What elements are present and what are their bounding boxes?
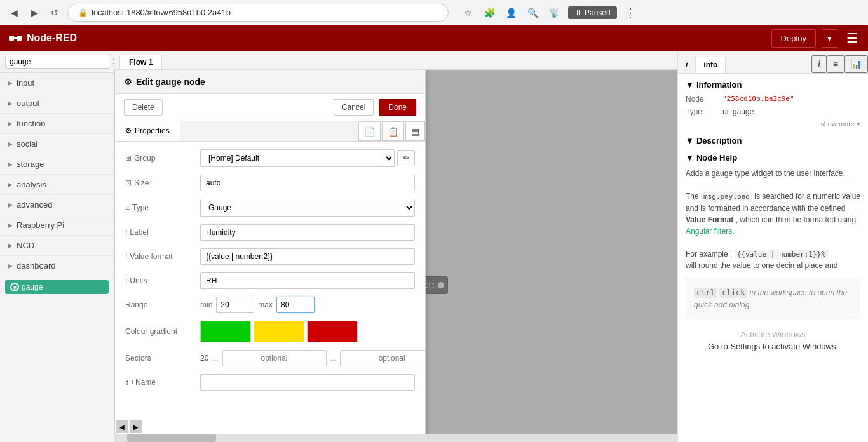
name-input[interactable] bbox=[200, 374, 415, 391]
gauge-chip-container[interactable]: ◉ gauge bbox=[0, 276, 114, 298]
sidebar-item-storage[interactable]: ▶ storage bbox=[0, 154, 114, 175]
group-edit-button[interactable]: ✏ bbox=[397, 150, 415, 166]
sidebar-item-analysis[interactable]: ▶ analysis bbox=[0, 175, 114, 195]
canvas[interactable]: Wireless Gateway Connecting... Temperatu… bbox=[114, 70, 677, 442]
info-icon-button-3[interactable]: 📊 bbox=[844, 55, 868, 73]
help-code-2: {{value | number:1}}% bbox=[735, 250, 828, 259]
tip-ctrl-key: ctrl bbox=[694, 288, 717, 298]
type-label: ≡ Type bbox=[125, 203, 195, 212]
sidebar-item-label: input bbox=[17, 78, 34, 88]
edit-dialog-title: Edit gauge node bbox=[136, 77, 205, 87]
browser-menu-button[interactable]: ⋮ bbox=[622, 6, 639, 20]
help-code-1: msg.payload bbox=[701, 192, 752, 201]
properties-tab-label: Properties bbox=[135, 126, 170, 135]
sidebar-item-output[interactable]: ▶ output bbox=[0, 93, 114, 114]
cancel-button[interactable]: Cancel bbox=[334, 99, 374, 116]
sidebar-item-raspberry-pi[interactable]: ▶ Raspberry Pi bbox=[0, 215, 114, 236]
sidebar-item-ncd[interactable]: ▶ NCD bbox=[0, 236, 114, 256]
colour-swatch-green[interactable] bbox=[200, 321, 251, 342]
label-label: I Label bbox=[125, 228, 195, 237]
activate-windows-title: Activate Windows Go to Settings to activ… bbox=[686, 330, 860, 351]
sidebar-item-input[interactable]: ▶ input bbox=[0, 73, 114, 93]
extensions-button[interactable]: 🧩 bbox=[480, 4, 498, 22]
form-row-range: Range min max bbox=[125, 297, 415, 313]
app-menu-button[interactable]: ☰ bbox=[844, 28, 860, 48]
scroll-left-button[interactable]: ◀ bbox=[116, 420, 128, 433]
description-section-header[interactable]: ▼ Description bbox=[686, 136, 860, 145]
sidebar: ✕ ▶ input ▶ output ▶ function ▶ social bbox=[0, 51, 114, 442]
range-max-input[interactable] bbox=[276, 297, 315, 313]
form-row-size: ⊡ Size bbox=[125, 175, 415, 191]
forward-button[interactable]: ▶ bbox=[27, 5, 42, 20]
description-label: Description bbox=[696, 136, 742, 145]
chevron-right-icon: ▼ bbox=[686, 136, 694, 145]
sidebar-item-label: NCD bbox=[17, 241, 34, 250]
edit-icon-copy-button[interactable]: 📋 bbox=[382, 121, 404, 141]
info-node-value: "258cd10b.ba2c9e" bbox=[722, 95, 794, 104]
info-section-node-help: ▼ Node Help Adds a gauge type widget to … bbox=[686, 153, 860, 271]
info-type-value: ui_gauge bbox=[722, 107, 754, 116]
edit-tab-properties[interactable]: ⚙ Properties bbox=[115, 121, 180, 141]
sidebar-item-social[interactable]: ▶ social bbox=[0, 134, 114, 154]
sidebar-items-list: ▶ input ▶ output ▶ function ▶ social ▶ bbox=[0, 73, 114, 442]
type-select[interactable]: Gauge bbox=[200, 199, 415, 217]
size-input[interactable] bbox=[200, 175, 415, 191]
lock-icon: 🔒 bbox=[78, 8, 88, 17]
range-min-input[interactable] bbox=[216, 297, 254, 313]
sidebar-item-advanced[interactable]: ▶ advanced bbox=[0, 195, 114, 215]
arrow-icon: ▶ bbox=[8, 100, 13, 107]
info-icon-button-1[interactable]: i bbox=[811, 55, 827, 73]
info-tab-info[interactable]: info bbox=[696, 57, 726, 73]
back-button[interactable]: ◀ bbox=[6, 5, 22, 20]
star-button[interactable]: ☆ bbox=[459, 4, 477, 22]
cast-button[interactable]: 📡 bbox=[545, 4, 563, 22]
info-icon-button-2[interactable]: ≡ bbox=[827, 55, 844, 73]
refresh-button[interactable]: ↺ bbox=[47, 5, 62, 20]
group-select[interactable]: [Home] Default bbox=[200, 149, 395, 167]
edit-dialog: ⚙ Edit gauge node Delete Cancel Done ⚙ P… bbox=[114, 70, 426, 442]
horizontal-scrollbar-thumb bbox=[127, 434, 216, 442]
info-content-area: ▼ Information Node "258cd10b.ba2c9e" Typ… bbox=[678, 74, 868, 442]
sector-optional-1[interactable] bbox=[222, 350, 327, 366]
angular-filters-link[interactable]: Angular filters. bbox=[686, 227, 735, 236]
units-input[interactable] bbox=[200, 272, 415, 289]
info-panel: i info i ≡ 📊 ▼ Information N bbox=[677, 51, 868, 442]
range-min-label: min bbox=[200, 300, 212, 309]
search-input[interactable] bbox=[5, 55, 109, 69]
colour-swatch-red[interactable] bbox=[307, 321, 358, 342]
deploy-button[interactable]: Deploy bbox=[771, 29, 816, 48]
edit-icon-list-button[interactable]: ▤ bbox=[405, 121, 425, 141]
value-format-label: I Value format bbox=[125, 252, 195, 261]
delete-button[interactable]: Delete bbox=[124, 99, 163, 116]
colour-swatch-yellow[interactable] bbox=[254, 321, 304, 342]
deploy-dropdown-button[interactable]: ▾ bbox=[822, 29, 837, 48]
canvas-area[interactable]: Flow 1 Wireless Gateway Connecting... bbox=[114, 51, 677, 442]
form-row-value-format: I Value format bbox=[125, 248, 415, 265]
value-format-input[interactable] bbox=[200, 248, 415, 265]
done-button[interactable]: Done bbox=[379, 99, 416, 116]
address-bar[interactable]: 🔒 localhost:1880/#flow/6958d1b0.2a41b bbox=[67, 4, 449, 22]
flow-tab-1[interactable]: Flow 1 bbox=[119, 55, 162, 69]
gauge-node-chip[interactable]: ◉ gauge bbox=[5, 280, 109, 294]
paused-badge: ⏸ Paused bbox=[568, 6, 617, 19]
tip-box: ctrl click in the workspace to open the … bbox=[686, 279, 860, 319]
tab-search-button[interactable]: 🔍 bbox=[524, 4, 541, 22]
arrow-icon: ▶ bbox=[8, 120, 13, 127]
information-section-header[interactable]: ▼ Information bbox=[686, 80, 860, 90]
horizontal-scrollbar[interactable] bbox=[114, 434, 677, 442]
sidebar-item-dashboard[interactable]: ▶ dashboard bbox=[0, 256, 114, 276]
scroll-right-button[interactable]: ▶ bbox=[130, 420, 142, 433]
label-input[interactable] bbox=[200, 224, 415, 241]
node-help-section-header[interactable]: ▼ Node Help bbox=[686, 153, 860, 163]
properties-gear-icon: ⚙ bbox=[125, 126, 132, 135]
profile-button[interactable]: 👤 bbox=[502, 4, 520, 22]
sector-optional-2[interactable] bbox=[340, 350, 425, 366]
info-tab-icon[interactable]: i bbox=[678, 57, 696, 73]
show-more-button[interactable]: show more ▾ bbox=[686, 120, 860, 128]
edit-icon-doc-button[interactable]: 📄 bbox=[358, 121, 381, 141]
sectors-label: Sectors bbox=[125, 354, 195, 363]
name-label: 🏷 Name bbox=[125, 378, 195, 387]
sidebar-item-function[interactable]: ▶ function bbox=[0, 114, 114, 134]
help-para-2: The msg.payload is searched for a numeri… bbox=[686, 191, 860, 237]
edit-tab-icon-group: 📄 📋 ▤ bbox=[358, 121, 425, 141]
